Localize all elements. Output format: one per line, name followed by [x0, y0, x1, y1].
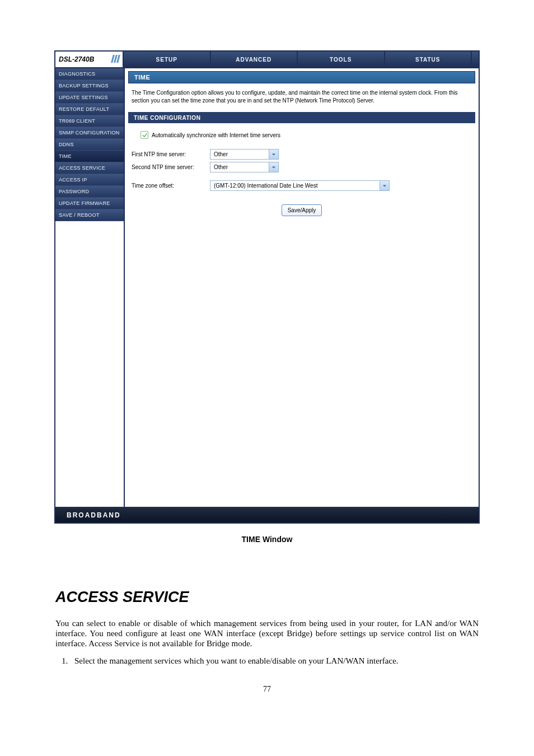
auto-sync-checkbox[interactable] — [140, 131, 148, 139]
sidebar-item-access-ip[interactable]: ACCESS IP — [55, 174, 124, 186]
ntp2-select[interactable]: Other — [210, 162, 279, 172]
sidebar-item-update-settings[interactable]: UPDATE SETTINGS — [55, 92, 124, 104]
sidebar-fill — [55, 221, 124, 507]
time-form: Automatically synchronize with Internet … — [125, 123, 479, 226]
save-apply-button[interactable]: Save/Apply — [282, 204, 322, 216]
main-panel: TIME The Time Configuration option allow… — [125, 68, 479, 507]
sidebar-item-snmp-configuration[interactable]: SNMP CONFIGURATION — [55, 127, 124, 139]
top-tabs: SETUP ADVANCED TOOLS STATUS — [124, 52, 479, 67]
main-empty-space — [125, 226, 479, 467]
tz-select[interactable]: (GMT-12:00) International Date Line West — [210, 180, 390, 191]
sidebar-item-time[interactable]: TIME — [55, 151, 124, 162]
page-number: 77 — [0, 685, 534, 694]
tab-setup[interactable]: SETUP — [124, 52, 211, 67]
figure-caption: TIME Window — [0, 535, 534, 544]
ntp2-label: Second NTP time server: — [132, 164, 210, 170]
ntp1-value: Other — [210, 150, 269, 159]
device-model: DSL-2740B — [55, 52, 124, 67]
tab-status[interactable]: STATUS — [385, 52, 472, 67]
tab-pad — [472, 52, 479, 67]
sidebar-item-ddns[interactable]: DDNS — [55, 139, 124, 151]
auto-sync-label: Automatically synchronize with Internet … — [152, 132, 280, 138]
doc-paragraph: You can select to enable or disable of w… — [55, 618, 479, 648]
brand-bars-icon — [112, 55, 119, 63]
section-description: The Time Configuration option allows you… — [125, 83, 479, 112]
device-model-label: DSL-2740B — [59, 55, 94, 63]
sidebar-item-tr069-client[interactable]: TR069 CLIENT — [55, 115, 124, 127]
subsection-title-time-configuration: TIME CONFIGURATION — [128, 112, 475, 123]
sidebar-item-update-firmware[interactable]: UPDATE FIRMWARE — [55, 198, 124, 209]
ntp1-label: First NTP time server: — [132, 151, 210, 157]
footer-brand: BROADBAND — [55, 507, 479, 522]
doc-list-item-1: Select the management services which you… — [70, 656, 479, 666]
doc-heading: ACCESS SERVICE — [55, 589, 479, 606]
tab-advanced[interactable]: ADVANCED — [211, 52, 298, 67]
chevron-down-icon — [380, 181, 389, 190]
tz-value: (GMT-12:00) International Date Line West — [210, 181, 380, 190]
chevron-down-icon — [269, 162, 278, 172]
document-body: ACCESS SERVICE You can select to enable … — [55, 589, 479, 666]
chevron-down-icon — [269, 150, 278, 159]
ntp1-select[interactable]: Other — [210, 149, 279, 160]
sidebar-item-password[interactable]: PASSWORD — [55, 186, 124, 198]
sidebar-item-access-service[interactable]: ACCESS SERVICE — [55, 162, 124, 174]
sidebar: DIAGNOSTICS BACKUP SETTINGS UPDATE SETTI… — [55, 68, 125, 507]
sidebar-item-diagnostics[interactable]: DIAGNOSTICS — [55, 68, 124, 80]
sidebar-item-restore-default[interactable]: RESTORE DEFAULT — [55, 104, 124, 115]
sidebar-item-save-reboot[interactable]: SAVE / REBOOT — [55, 209, 124, 221]
tz-label: Time zone offset: — [132, 183, 210, 189]
section-title-time: TIME — [128, 71, 475, 83]
sidebar-item-backup-settings[interactable]: BACKUP SETTINGS — [55, 80, 124, 92]
ntp2-value: Other — [210, 162, 269, 172]
router-ui: DSL-2740B SETUP ADVANCED TOOLS STATUS DI… — [54, 50, 480, 524]
tab-tools[interactable]: TOOLS — [298, 52, 385, 67]
